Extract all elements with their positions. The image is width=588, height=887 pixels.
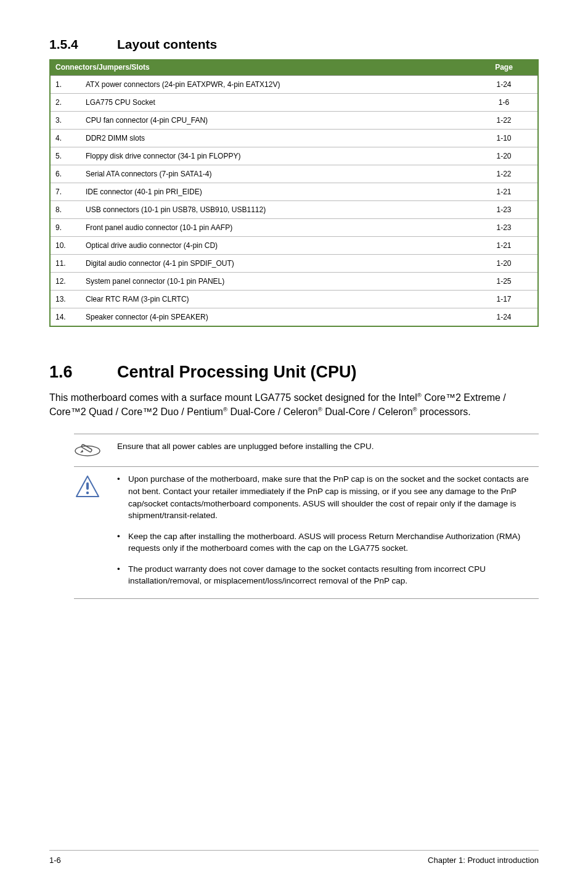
row-page: 1-21: [470, 237, 538, 255]
row-description: DDR2 DIMM slots: [81, 130, 470, 147]
row-number: 6.: [50, 165, 81, 183]
table-row: 4.DDR2 DIMM slots1-10: [50, 130, 538, 147]
table-header-page: Page: [470, 59, 538, 76]
section-heading: 1.6Central Processing Unit (CPU): [49, 363, 539, 382]
row-description: Speaker connector (4-pin SPEAKER): [81, 308, 470, 327]
row-description: IDE connector (40-1 pin PRI_EIDE): [81, 183, 470, 201]
footer-page-number: 1-6: [49, 856, 61, 865]
caution-text: Upon purchase of the motherboard, make s…: [105, 473, 539, 587]
row-page: 1-23: [470, 201, 538, 219]
row-page: 1-21: [470, 183, 538, 201]
note-text: Ensure that all power cables are unplugg…: [105, 440, 539, 453]
row-description: Digital audio connector (4-1 pin SPDIF_O…: [81, 255, 470, 273]
table-header-main: Connectors/Jumpers/Slots: [50, 59, 470, 76]
row-page: 1-23: [470, 219, 538, 237]
row-description: Front panel audio connector (10-1 pin AA…: [81, 219, 470, 237]
row-description: CPU fan connector (4-pin CPU_FAN): [81, 112, 470, 130]
row-number: 3.: [50, 112, 81, 130]
section-number: 1.6: [49, 363, 117, 382]
table-row: 12.System panel connector (10-1 pin PANE…: [50, 273, 538, 291]
table-row: 1.ATX power connectors (24-pin EATXPWR, …: [50, 76, 538, 94]
pencil-icon: [74, 440, 105, 460]
row-page: 1-10: [470, 130, 538, 147]
table-row: 10.Optical drive audio connector (4-pin …: [50, 237, 538, 255]
row-description: System panel connector (10-1 pin PANEL): [81, 273, 470, 291]
table-row: 6.Serial ATA connectors (7-pin SATA1-4)1…: [50, 165, 538, 183]
table-row: 14.Speaker connector (4-pin SPEAKER)1-24: [50, 308, 538, 327]
row-number: 8.: [50, 201, 81, 219]
row-description: Clear RTC RAM (3-pin CLRTC): [81, 291, 470, 308]
subsection-heading: 1.5.4Layout contents: [49, 37, 539, 52]
caution-icon: [74, 473, 105, 499]
row-number: 14.: [50, 308, 81, 327]
footer-chapter: Chapter 1: Product introduction: [428, 856, 539, 865]
section-title: Central Processing Unit (CPU): [117, 363, 357, 381]
subsection-title: Layout contents: [117, 37, 217, 51]
row-page: 1-20: [470, 147, 538, 165]
row-description: Serial ATA connectors (7-pin SATA1-4): [81, 165, 470, 183]
row-number: 11.: [50, 255, 81, 273]
row-page: 1-24: [470, 308, 538, 327]
svg-point-5: [86, 492, 89, 494]
row-page: 1-24: [470, 76, 538, 94]
row-description: ATX power connectors (24-pin EATXPWR, 4-…: [81, 76, 470, 94]
table-row: 11.Digital audio connector (4-1 pin SPDI…: [50, 255, 538, 273]
list-item: The product warranty does not cover dama…: [117, 563, 539, 587]
table-row: 9.Front panel audio connector (10-1 pin …: [50, 219, 538, 237]
list-item: Keep the cap after installing the mother…: [117, 530, 539, 555]
row-number: 4.: [50, 130, 81, 147]
row-description: USB connectors (10-1 pin USB78, USB910, …: [81, 201, 470, 219]
row-number: 9.: [50, 219, 81, 237]
note-block-caution: Upon purchase of the motherboard, make s…: [74, 471, 539, 599]
row-number: 10.: [50, 237, 81, 255]
row-page: 1-22: [470, 112, 538, 130]
row-description: Floppy disk drive connector (34-1 pin FL…: [81, 147, 470, 165]
row-number: 1.: [50, 76, 81, 94]
row-number: 7.: [50, 183, 81, 201]
note-block-pencil: Ensure that all power cables are unplugg…: [74, 434, 539, 467]
row-description: LGA775 CPU Socket: [81, 94, 470, 112]
row-page: 1-22: [470, 165, 538, 183]
row-number: 13.: [50, 291, 81, 308]
svg-rect-4: [86, 482, 89, 490]
row-page: 1-17: [470, 291, 538, 308]
table-row: 3.CPU fan connector (4-pin CPU_FAN)1-22: [50, 112, 538, 130]
row-page: 1-6: [470, 94, 538, 112]
row-number: 12.: [50, 273, 81, 291]
list-item: Upon purchase of the motherboard, make s…: [117, 473, 539, 521]
intro-paragraph: This motherboard comes with a surface mo…: [49, 390, 539, 419]
row-number: 2.: [50, 94, 81, 112]
connectors-table: Connectors/Jumpers/Slots Page 1.ATX powe…: [49, 59, 539, 327]
row-description: Optical drive audio connector (4-pin CD): [81, 237, 470, 255]
table-row: 13.Clear RTC RAM (3-pin CLRTC)1-17: [50, 291, 538, 308]
page-footer: 1-6 Chapter 1: Product introduction: [49, 850, 539, 865]
row-number: 5.: [50, 147, 81, 165]
table-row: 5.Floppy disk drive connector (34-1 pin …: [50, 147, 538, 165]
row-page: 1-25: [470, 273, 538, 291]
table-row: 2.LGA775 CPU Socket1-6: [50, 94, 538, 112]
svg-marker-2: [80, 450, 83, 453]
table-row: 8.USB connectors (10-1 pin USB78, USB910…: [50, 201, 538, 219]
row-page: 1-20: [470, 255, 538, 273]
subsection-number: 1.5.4: [49, 37, 117, 52]
table-row: 7.IDE connector (40-1 pin PRI_EIDE)1-21: [50, 183, 538, 201]
